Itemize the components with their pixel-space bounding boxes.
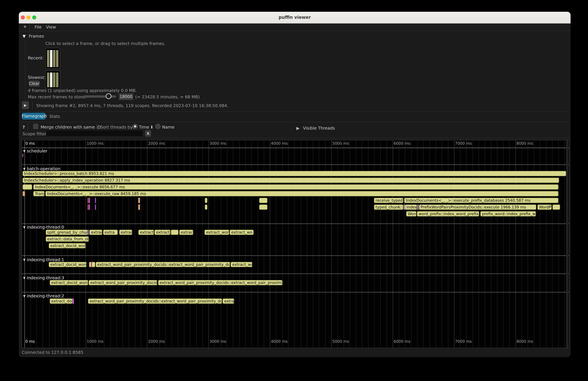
scope-bar[interactable]: extract_word_pair_proximity_docids::extr… [96,262,230,267]
scope-bar[interactable] [88,204,88,210]
scope-bar[interactable] [91,262,92,267]
scope-bar[interactable]: extract [89,230,102,235]
frame-preview-bar[interactable] [50,72,52,87]
scope-bar[interactable] [259,198,267,203]
thread-header[interactable]: ▼ scheduler [23,148,47,153]
sort-name-radio[interactable] [155,124,160,129]
scope-bar[interactable]: extract_word_pair_proximity_docids::extr… [158,280,282,285]
frame-preview-bar[interactable] [56,50,58,67]
scope-bar[interactable]: extract_word_pair_proximity_docids::extr… [88,298,222,304]
theme-sun-icon[interactable]: ☀ [23,24,27,29]
thread-header[interactable]: ▼ indexing-thread:2 [23,293,64,298]
scope-bar[interactable] [89,198,90,203]
ruler-tick-label: 8000 ms [516,141,533,146]
tab-flamegraph[interactable]: Flamegraph [22,113,46,120]
scope-bar[interactable] [171,230,179,235]
merge-children-checkbox[interactable] [33,124,38,129]
scope-bar[interactable]: extrac [119,230,132,235]
scope-bar[interactable] [552,204,560,210]
scope-bar[interactable] [404,204,405,210]
frames-info: 4 frames (1 unpacked) using approximatel… [28,88,137,93]
clear-button[interactable]: Clear [29,81,40,87]
sort-direction-arrow-icon[interactable]: ⬇ [150,125,153,129]
frame-preview-bar[interactable] [53,72,55,87]
scope-bar[interactable] [22,191,25,196]
scope-bar[interactable]: split_grenad_by_chun [45,230,88,235]
scope-bar[interactable] [89,204,90,210]
thread-header[interactable]: ▼ indexing-thread:1 [23,257,64,262]
scope-bar[interactable]: extract [179,230,193,235]
scope-bar[interactable]: IndexDocuments<_, _>::execute_raw 8459.1… [45,191,558,196]
frames-section-header[interactable]: ▼ Frames [22,33,44,39]
scope-bar[interactable] [89,262,95,267]
scope-bar[interactable] [88,230,89,235]
frame-preview-bar[interactable] [53,50,55,67]
scope-bar[interactable]: Word [406,211,417,216]
scope-bar[interactable]: WordPr [537,204,552,210]
title-bar[interactable]: puffin viewer [19,12,570,23]
thread-header[interactable]: ▼ indexing-thread:3 [23,275,64,280]
frame-preview-bar[interactable] [56,72,58,87]
scope-bar[interactable]: extract::data_from_ob [45,236,89,242]
slowest-frames-thumbnail[interactable] [45,70,60,89]
separator [19,122,570,122]
scope-bar[interactable]: index [405,204,417,210]
separator [19,138,570,138]
max-frames-value[interactable]: 18000 [119,93,133,100]
play-button[interactable]: ▶ [22,101,29,109]
flamegraph-canvas[interactable]: ▼ scheduler▼ batch-operationIndexSchedul… [21,140,569,348]
scope-bar[interactable]: IndexDocuments<_, _>::execute_prefix_dat… [404,198,558,203]
scope-bar[interactable] [88,198,88,203]
tab-stats[interactable]: Stats [49,114,60,119]
scope-bar[interactable] [205,204,207,210]
frame-preview-bar[interactable] [50,50,52,67]
scope-bar[interactable]: extract_docid_word [49,262,86,267]
scope-bar[interactable]: extrac [223,298,234,304]
scrollbar[interactable] [566,140,568,348]
scope-bar[interactable]: extract_doc [49,298,72,304]
scope-bar[interactable]: Trans [33,191,45,196]
visible-threads-header[interactable]: ▶ Visible Threads [296,125,335,131]
scope-filter-input[interactable] [46,130,143,137]
scope-bar[interactable]: extract_wo [230,230,253,235]
scope-bar[interactable]: typed_chunk::w [374,204,403,210]
scope-bar[interactable] [205,198,207,203]
scope-bar[interactable]: receive_typed_ [374,198,403,203]
thread-header[interactable]: ▼ batch-operation [23,166,61,171]
scope-bar[interactable]: IndexScheduler>::apply_index_operation 8… [22,178,559,183]
scope-bar[interactable] [22,184,32,190]
ruler-tick-label: 6000 ms [394,339,410,344]
scope-bar[interactable]: extra [103,230,118,235]
scope-bar[interactable]: extract_wo [231,262,252,267]
scope-bar[interactable] [95,198,96,203]
scope-bar[interactable]: extract_ [138,230,154,235]
scope-bar[interactable] [95,204,96,210]
scope-bar[interactable]: word_prefix::index_word_prefix_ [417,211,479,216]
scope-bar[interactable]: extract_docid_word [49,280,88,285]
ruler-tick-label: 4000 ms [271,339,288,344]
frame-preview-bar[interactable] [47,50,49,67]
menu-item-file[interactable]: File [35,24,42,30]
scope-bar[interactable]: extract_word_pair_proximity_docids [89,280,157,285]
thread-header[interactable]: ▼ indexing-thread:0 [23,225,64,230]
scope-bar[interactable]: extract_word [204,230,229,235]
scope-bar[interactable] [418,204,418,210]
scope-bar[interactable] [22,154,23,157]
scope-bar[interactable]: extract_ [154,230,170,235]
scope-bar[interactable] [138,198,140,203]
frame-preview-bar[interactable] [47,72,49,87]
menu-item-view[interactable]: View [46,24,56,30]
help-button[interactable]: ? [22,125,25,129]
scope-bar[interactable]: IndexScheduler>::process_batch 8953.821 … [22,171,566,176]
scope-bar[interactable]: extract_docid_word [49,243,85,248]
scope-bar[interactable] [259,204,267,210]
scope-filter-clear-button[interactable]: x [145,130,151,137]
slider-knob[interactable] [106,93,111,99]
scope-bar[interactable]: PrefixWordPairsProximityDocids::execute … [419,204,536,210]
scope-bar[interactable]: prefix_word::index_prefix_wo [480,211,536,216]
scope-bar[interactable] [138,204,140,210]
scope-bar[interactable] [72,298,74,304]
sort-time-radio[interactable] [133,124,138,129]
scope-bar[interactable]: IndexDocuments<_, _>::execute 8656.677 m… [33,184,558,190]
recent-frames-thumbnail[interactable] [45,48,60,69]
